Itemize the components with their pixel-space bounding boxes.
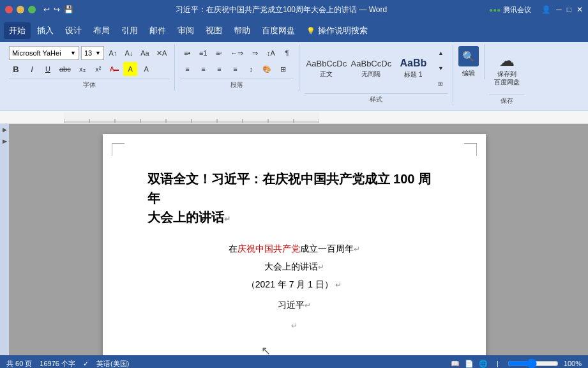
close-btn[interactable]: ✕ [577,5,583,14]
ruler [0,111,588,124]
sort-btn[interactable]: ↕A [264,46,278,60]
menu-item-layout[interactable]: 布局 [88,22,115,39]
menu-item-review[interactable]: 审阅 [172,22,199,39]
char-shading-btn[interactable]: A [139,62,153,76]
menu-item-baidu[interactable]: 百度网盘 [257,22,300,39]
view-web-icon[interactable]: 🌐 [479,360,488,368]
font-grow-btn[interactable]: A↑ [106,46,120,60]
view-read-icon[interactable]: 📖 [451,360,460,368]
user-icon[interactable]: 👤 [541,5,551,14]
ribbon-styles-group: AaBbCcDc 正文 AaBbCcDc 无间隔 AaBb 标题 1 ▲ ▼ ⊞… [299,45,453,105]
style-normal[interactable]: AaBbCcDc 正文 [305,49,348,88]
highlight-btn[interactable]: A [123,62,137,76]
sidebar-icon1[interactable]: ▶ [1,126,8,133]
style-no-spacing[interactable]: AaBbCcDc 无间隔 [349,49,393,88]
number-list-btn[interactable]: ≡1 [196,46,210,60]
font-size-input[interactable]: 13 ▼ [81,46,104,60]
ruler-svg [64,112,319,123]
font-group-label: 字体 [9,79,169,89]
clear-format-btn[interactable]: ✕A [154,46,169,60]
maximize-dot[interactable] [28,6,36,13]
font-shrink-btn[interactable]: A↓ [122,46,136,60]
red-text-party: 庆祝中国共产党 [237,243,300,254]
maximize-btn[interactable]: □ [567,5,571,14]
mouse-cursor: ↖ [261,344,271,355]
menu-item-search-ops[interactable]: 💡 操作说明搜索 [301,22,373,39]
menu-item-help[interactable]: 帮助 [229,22,255,39]
doc-blank-line: ↵ [147,316,441,334]
return-mark-6: ↵ [291,321,298,330]
bold-btn[interactable]: B [9,62,23,76]
menu-item-insert[interactable]: 插入 [32,22,59,39]
save-to-cloud-btn[interactable]: ☁ 保存到百度网盘 [490,46,524,92]
styles-scroll-up[interactable]: ▲ [433,46,448,60]
decrease-indent-btn[interactable]: ←⇒ [228,46,246,60]
font-name-dropdown-icon[interactable]: ▼ [70,50,76,56]
menu-item-home[interactable]: 开始 [4,22,31,39]
line-spacing-btn[interactable]: ↕ [244,62,258,76]
align-left-btn[interactable]: ≡ [180,62,194,76]
menu-bar: 开始 插入 设计 布局 引用 邮件 审阅 视图 帮助 百度网盘 💡 操作说明搜索 [0,19,588,42]
view-page-icon[interactable]: 📄 [465,360,474,368]
quick-access-save[interactable]: 💾 [64,5,73,14]
change-case-btn[interactable]: Aa [138,46,152,60]
menu-item-references[interactable]: 引用 [116,22,143,39]
separator: | [497,360,499,367]
window-title: 习近平：在庆祝中国共产党成立100周年大会上的讲话 — Word [176,4,387,15]
font-color-btn[interactable]: A▬ [107,62,121,76]
color-bar: ▬ [114,67,119,72]
italic-btn[interactable]: I [25,62,39,76]
style-heading1[interactable]: AaBb 标题 1 [394,49,432,88]
bullet-list-btn[interactable]: ≡• [180,46,194,60]
styles-scroll-down[interactable]: ▼ [433,61,448,75]
return-mark-4: ↵ [333,280,342,289]
minimize-btn[interactable]: ─ [556,5,562,14]
cloud-save-icon: ☁ [499,52,515,70]
status-bar-left: 共 60 页 16976 个字 ✓ 英语(美国) [6,359,129,369]
subscript-btn[interactable]: x₂ [75,62,89,76]
outline-list-btn[interactable]: ≡◦ [212,46,226,60]
styles-expand[interactable]: ⊞ [433,77,448,91]
ribbon-edit-group: 🔍 编辑 [453,45,485,79]
lang-indicator[interactable]: 英语(美国) [96,359,129,369]
para-shading-btn[interactable]: 🎨 [260,62,274,76]
font-size-dropdown-icon[interactable]: ▼ [95,50,101,56]
strikethrough-btn[interactable]: abc [57,62,73,76]
increase-indent-btn[interactable]: ⇒ [248,46,262,60]
show-para-btn[interactable]: ¶ [280,46,294,60]
save-cloud-label: 保存到百度网盘 [494,70,520,86]
ribbon-save-group: ☁ 保存到百度网盘 保存 [485,45,529,107]
spell-icon: ✓ [83,360,89,368]
meeting-bar[interactable]: ●●● 腾讯会议 [489,5,531,15]
underline-btn[interactable]: U [41,62,55,76]
superscript-btn[interactable]: x² [91,62,105,76]
meeting-label: 腾讯会议 [503,5,531,15]
menu-item-view[interactable]: 视图 [200,22,227,39]
document-page[interactable]: 双语全文！习近平：在庆祝中国共产党成立 100 周年 大会上的讲话↵ 在庆祝中国… [103,134,486,355]
menu-item-design[interactable]: 设计 [60,22,87,39]
zoom-slider[interactable] [508,360,559,367]
spell-check[interactable]: ✓ [83,360,89,368]
edit-group-label: 编辑 [462,69,475,78]
ribbon-font-group: Microsoft YaHei ▼ 13 ▼ A↑ A↓ Aa ✕A B I U… [4,45,175,91]
align-right-btn[interactable]: ≡ [212,62,226,76]
return-mark-3: ↵ [318,263,324,272]
close-dot[interactable] [5,6,13,13]
quick-access-undo[interactable]: ↩ [43,5,50,14]
minimize-dot[interactable] [17,6,24,13]
font-grow-icon: A↑ [109,49,117,57]
document-title: 双语全文！习近平：在庆祝中国共产党成立 100 周年 大会上的讲话↵ [147,169,441,227]
styles-group-label: 样式 [305,93,448,104]
document-area: ▶ ▶ 双语全文！习近平：在庆祝中国共产党成立 100 周年 大会上的讲话↵ 在… [0,124,588,355]
align-justify-btn[interactable]: ≡ [228,62,242,76]
search-button[interactable]: 🔍 [458,46,479,66]
left-sidebar: ▶ ▶ [0,124,9,355]
font-name-input[interactable]: Microsoft YaHei ▼ [9,46,79,60]
zoom-level[interactable]: 100% [564,360,582,367]
menu-item-mailings[interactable]: 邮件 [144,22,171,39]
align-center-btn[interactable]: ≡ [196,62,210,76]
quick-access-redo[interactable]: ↪ [54,5,60,14]
borders-btn[interactable]: ⊞ [276,62,290,76]
page-corner-tl [112,143,124,156]
sidebar-icon2[interactable]: ▶ [1,138,8,144]
